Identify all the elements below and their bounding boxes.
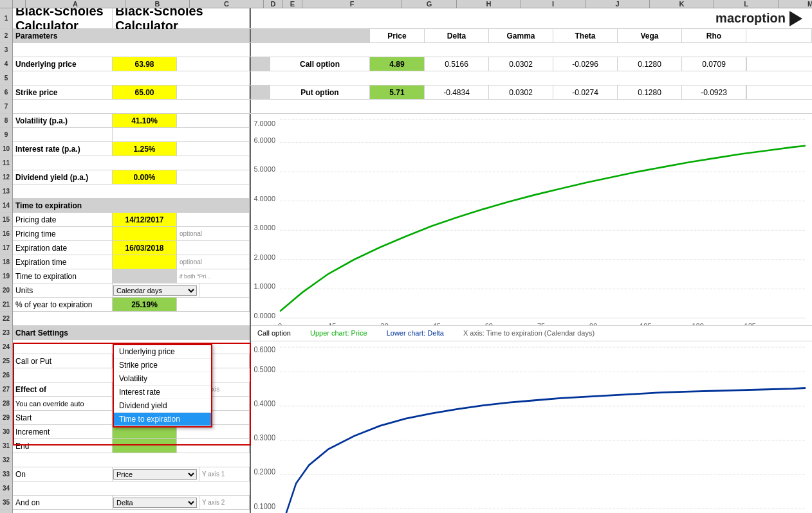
row-num-28: 28 (0, 397, 12, 411)
end-label: End (13, 439, 113, 453)
row14-rest (113, 199, 250, 212)
call-label: Call option (270, 57, 370, 71)
pricing-date-value[interactable]: 14/12/2017 (113, 213, 177, 226)
put-price: 5.71 (370, 86, 425, 99)
row6-d (177, 86, 250, 99)
vega-header: Vega (618, 29, 682, 42)
units-dropdown[interactable]: Calendar days Trading days (113, 284, 199, 297)
row7-left (13, 100, 251, 113)
row15-d (177, 213, 250, 226)
row-35: And on Price Delta Gamma Theta Vega Rho (13, 496, 250, 510)
chart-settings-label: Chart Settings (13, 326, 113, 339)
row-num-31: 31 (0, 439, 12, 453)
row9-rest (113, 128, 250, 141)
rho-header: Rho (682, 29, 746, 42)
time-to-exp-note: if both "Pri... (177, 269, 250, 283)
call-put-dropdown[interactable]: Call Put (113, 354, 199, 368)
row-34 (13, 482, 250, 496)
chart-xaxis-desc: X axis: Time to expiration (Calendar day… (463, 329, 595, 337)
increment-label: Increment (13, 425, 113, 438)
row-num-17: 17 (0, 241, 12, 255)
col-header-i: I (521, 0, 586, 8)
row-32 (13, 453, 250, 467)
row-16: Pricing time optional (13, 227, 250, 241)
interest-value[interactable]: 1.25% (113, 142, 177, 156)
col-header-j: J (586, 0, 650, 8)
row9-b (13, 128, 113, 141)
increment-value[interactable] (113, 425, 177, 438)
pricing-time-optional: optional (177, 227, 250, 240)
col-header-c: C (190, 0, 264, 8)
units-label: Units (13, 284, 113, 297)
row-num-15: 15 (0, 213, 12, 227)
row-num-30: 30 (0, 425, 12, 439)
expiration-time-optional: optional (177, 255, 250, 269)
row-num-24: 24 (0, 340, 12, 354)
svg-text:6.0000: 6.0000 (254, 136, 275, 143)
row2-f (270, 29, 370, 42)
pricing-time-value[interactable] (113, 227, 177, 240)
row22-empty (13, 312, 250, 325)
row-30: Increment (13, 425, 250, 439)
svg-text:7.0000: 7.0000 (254, 120, 275, 127)
gamma-header: Gamma (489, 29, 553, 42)
pct-year-value: 25.19% (113, 298, 177, 311)
row-num-19: 19 (0, 269, 12, 284)
row33-yaxis: Y axis 1 (199, 467, 250, 481)
row6-e (251, 86, 270, 99)
svg-text:0.1000: 0.1000 (254, 501, 275, 510)
row24-empty (13, 340, 250, 354)
col-header-l: L (714, 0, 779, 8)
row5-right (251, 71, 812, 85)
delta-header: Delta (425, 29, 489, 42)
row-num-13: 13 (0, 184, 12, 199)
row26-empty (13, 368, 250, 382)
row-num-25: 25 (0, 354, 12, 368)
end-value[interactable] (113, 439, 177, 453)
upper-chart-svg: 0.0000 1.0000 2.0000 3.0000 4.0000 5.000… (251, 114, 812, 325)
on-dropdown[interactable]: Price Delta Gamma Theta Vega Rho (113, 467, 199, 481)
start-value[interactable] (113, 411, 177, 424)
row4-left: Underlying price 63.98 (13, 57, 251, 71)
row-36 (13, 510, 250, 513)
row-num-29: 29 (0, 411, 12, 425)
row31-d (177, 439, 250, 453)
call-price: 4.89 (370, 57, 425, 71)
svg-text:0.5000: 0.5000 (254, 364, 275, 373)
row-num-11: 11 (0, 156, 12, 170)
row-3 (13, 43, 812, 57)
row-num-7: 7 (0, 100, 12, 114)
row13-rest (13, 184, 250, 198)
call-gamma: 0.0302 (489, 57, 553, 71)
chart-call-label: Call option (257, 329, 291, 337)
expiration-time-value[interactable] (113, 255, 177, 269)
row-6: Strike price 65.00 Put option 5.71 -0.48… (13, 86, 812, 100)
expiration-date-label: Expiration date (13, 241, 113, 255)
strike-value[interactable]: 65.00 (113, 86, 177, 99)
put-rho: -0.0923 (682, 86, 746, 99)
call-put-select[interactable]: Call Put (113, 356, 197, 366)
theta-header: Theta (553, 29, 618, 42)
and-on-select[interactable]: Price Delta Gamma Theta Vega Rho (113, 498, 197, 508)
row-num-34: 34 (0, 482, 12, 496)
title-left: Black-Scholes Calculator Black-Scholes C… (13, 8, 251, 28)
row11-rest (13, 156, 250, 170)
effect-of-select[interactable]: Underlying price Strike price Volatility… (113, 384, 197, 395)
units-select[interactable]: Calendar days Trading days (113, 285, 197, 296)
strike-label: Strike price (13, 86, 113, 99)
row-22 (13, 312, 250, 326)
on-select[interactable]: Price Delta Gamma Theta Vega Rho (113, 469, 197, 480)
and-on-dropdown[interactable]: Price Delta Gamma Theta Vega Rho (113, 496, 199, 509)
effect-of-dropdown[interactable]: Underlying price Strike price Volatility… (113, 382, 199, 396)
row7-right (251, 100, 812, 113)
volatility-value[interactable]: 41.10% (113, 114, 177, 127)
put-delta: -0.4834 (425, 86, 489, 99)
dividend-value[interactable]: 0.00% (113, 170, 177, 184)
time-section-label: Time to expiration (13, 199, 113, 212)
logo-icon (789, 11, 802, 26)
row2-e (251, 29, 270, 42)
underlying-value[interactable]: 63.98 (113, 57, 177, 71)
expiration-date-value[interactable]: 16/03/2018 (113, 241, 177, 255)
row-num-20: 20 (0, 284, 12, 298)
row4-right: Call option 4.89 0.5166 0.0302 -0.0296 0… (251, 57, 812, 71)
